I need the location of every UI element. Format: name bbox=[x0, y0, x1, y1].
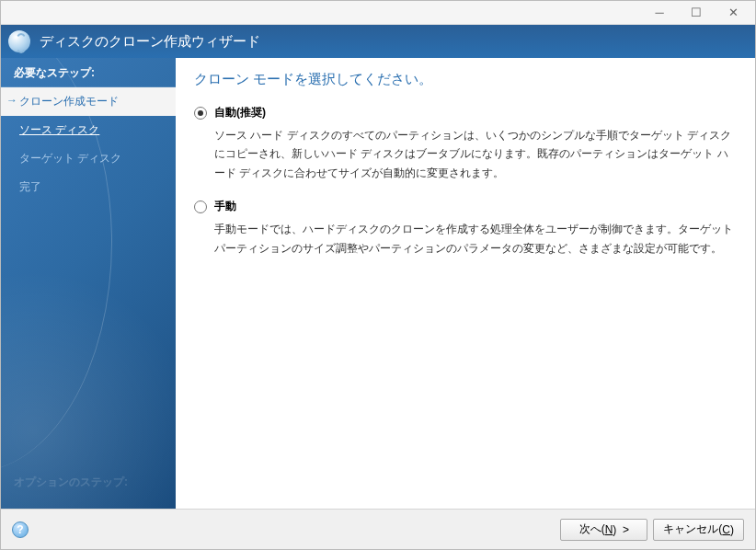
option-manual-desc: 手動モードでは、ハードディスクのクローンを作成する処理全体をユーザーが制御できま… bbox=[214, 220, 737, 258]
radio-auto[interactable] bbox=[194, 107, 207, 120]
next-button[interactable]: 次へ(N) > bbox=[560, 519, 647, 541]
maximize-button[interactable]: ☐ bbox=[678, 1, 715, 25]
radio-manual[interactable] bbox=[194, 201, 207, 213]
step-label: ソース ディスク bbox=[19, 123, 99, 136]
globe-icon bbox=[8, 30, 30, 52]
minimize-button[interactable]: ─ bbox=[641, 1, 678, 25]
option-manual-label: 手動 bbox=[214, 199, 236, 214]
option-auto-desc: ソース ハード ディスクのすべてのパーティションは、いくつかのシンプルな手順でタ… bbox=[214, 126, 737, 182]
footer: ? 次へ(N) > キャンセル(C) bbox=[1, 509, 755, 549]
step-label: ターゲット ディスク bbox=[19, 152, 121, 165]
step-clone-mode: クローン作成モード bbox=[1, 87, 176, 116]
step-target-disk: ターゲット ディスク bbox=[1, 144, 176, 173]
sidebar: 必要なステップ: クローン作成モード ソース ディスク ターゲット ディスク 完… bbox=[1, 58, 176, 509]
sidebar-header: 必要なステップ: bbox=[1, 58, 176, 87]
step-label: クローン作成モード bbox=[19, 95, 119, 108]
titlebar: ─ ☐ ✕ bbox=[1, 1, 755, 25]
option-manual-row[interactable]: 手動 bbox=[194, 199, 737, 214]
option-auto-label: 自動(推奨) bbox=[214, 105, 266, 120]
main-heading: クローン モードを選択してください。 bbox=[194, 71, 737, 88]
main-panel: クローン モードを選択してください。 自動(推奨) ソース ハード ディスクのす… bbox=[176, 58, 755, 509]
step-source-disk[interactable]: ソース ディスク bbox=[1, 116, 176, 144]
wizard-window: ─ ☐ ✕ ディスクのクローン作成ウィザード 必要なステップ: クローン作成モー… bbox=[0, 0, 756, 550]
cancel-button[interactable]: キャンセル(C) bbox=[653, 519, 744, 541]
step-label: 完了 bbox=[19, 180, 41, 193]
sidebar-optional-header: オプションのステップ: bbox=[14, 475, 128, 490]
option-auto: 自動(推奨) ソース ハード ディスクのすべてのパーティションは、いくつかのシン… bbox=[194, 105, 737, 182]
step-finish: 完了 bbox=[1, 173, 176, 201]
help-icon[interactable]: ? bbox=[12, 521, 29, 538]
wizard-title: ディスクのクローン作成ウィザード bbox=[40, 33, 260, 51]
option-auto-row[interactable]: 自動(推奨) bbox=[194, 105, 737, 120]
option-manual: 手動 手動モードでは、ハードディスクのクローンを作成する処理全体をユーザーが制御… bbox=[194, 199, 737, 258]
close-button[interactable]: ✕ bbox=[715, 1, 751, 25]
body: 必要なステップ: クローン作成モード ソース ディスク ターゲット ディスク 完… bbox=[1, 58, 755, 509]
header: ディスクのクローン作成ウィザード bbox=[1, 25, 755, 58]
